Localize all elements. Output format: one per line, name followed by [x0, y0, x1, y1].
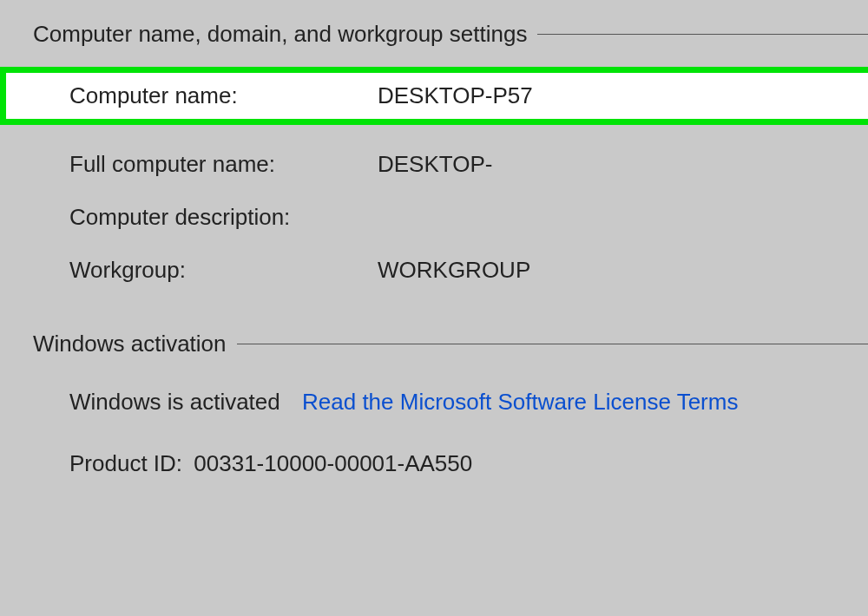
section-divider [537, 34, 868, 35]
activation-status-row: Windows is activated Read the Microsoft … [0, 389, 868, 416]
product-id-value: 00331-10000-00001-AA550 [194, 450, 472, 476]
computer-description-label: Computer description: [69, 204, 378, 231]
section-heading-computer: Computer name, domain, and workgroup set… [33, 21, 527, 48]
product-id-row: Product ID: 00331-10000-00001-AA550 [0, 450, 868, 477]
full-computer-name-value: DESKTOP- [378, 151, 492, 178]
computer-name-label: Computer name: [69, 82, 378, 109]
full-computer-name-row: Full computer name: DESKTOP- [0, 151, 868, 178]
section-header-computer: Computer name, domain, and workgroup set… [0, 21, 868, 48]
activation-status-text: Windows is activated [69, 389, 280, 415]
license-terms-link[interactable]: Read the Microsoft Software License Term… [302, 389, 738, 415]
computer-name-row: Computer name: DESKTOP-P57 [6, 73, 868, 119]
highlighted-row-frame: Computer name: DESKTOP-P57 [0, 67, 868, 125]
section-divider [237, 344, 868, 344]
product-id-label: Product ID: [69, 450, 182, 476]
computer-description-row: Computer description: [0, 204, 868, 231]
computer-name-value: DESKTOP-P57 [378, 82, 533, 109]
workgroup-value: WORKGROUP [378, 257, 530, 284]
section-header-activation: Windows activation [0, 331, 868, 357]
section-heading-activation: Windows activation [33, 331, 227, 357]
full-computer-name-label: Full computer name: [69, 151, 378, 178]
workgroup-label: Workgroup: [69, 257, 378, 284]
workgroup-row: Workgroup: WORKGROUP [0, 257, 868, 284]
